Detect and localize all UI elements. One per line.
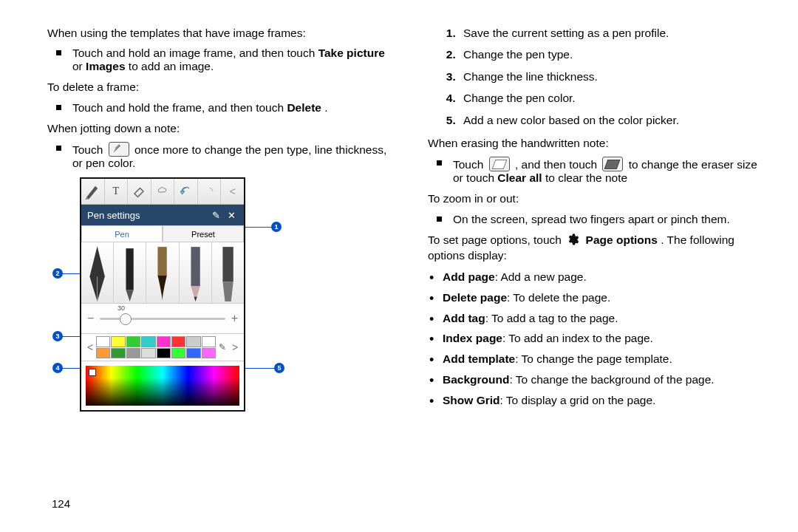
opt-background: Background: To change the background of … xyxy=(413,372,768,388)
square-bullet-icon xyxy=(56,105,61,110)
text: or xyxy=(72,60,86,72)
bullet-zoom: On the screen, spread two fingers apart … xyxy=(413,213,768,226)
opt-desc: : To change the page template. xyxy=(515,352,672,365)
color-gradient-picker[interactable] xyxy=(86,366,239,406)
svg-marker-5 xyxy=(194,297,197,301)
bold-take-picture: Take picture xyxy=(318,47,385,59)
gradient-cursor[interactable] xyxy=(89,369,96,376)
pen-slot-fountain[interactable] xyxy=(81,242,114,303)
callout-num: 3 xyxy=(52,331,63,341)
swatch-next[interactable]: > xyxy=(229,341,241,353)
color-swatches[interactable] xyxy=(96,336,216,358)
callout-num: 5 xyxy=(274,363,284,373)
opt-desc: : To display a grid on the page. xyxy=(500,394,656,406)
opt-label: Background xyxy=(443,373,509,386)
opt-add-page: Add page: Add a new page. xyxy=(413,269,768,285)
numbered-steps: Save the current setting as a pen profil… xyxy=(413,25,768,128)
toolbar-btn-text[interactable]: T xyxy=(105,179,129,204)
color-swatch[interactable] xyxy=(96,336,110,347)
swatch-prev[interactable]: < xyxy=(84,341,96,353)
pen-settings-header-icons[interactable]: ✎ ✕ xyxy=(212,210,238,221)
bold-images: Images xyxy=(86,60,125,72)
color-swatch[interactable] xyxy=(171,348,185,359)
para-page-options: To set page options, touch Page options … xyxy=(413,232,768,264)
svg-rect-2 xyxy=(158,247,167,276)
callout-num: 1 xyxy=(271,222,282,232)
color-swatch[interactable] xyxy=(186,336,200,347)
thickness-value: 30 xyxy=(117,304,125,312)
step-5: Add a new color based on the color picke… xyxy=(459,112,768,128)
square-bullet-icon xyxy=(437,160,442,166)
color-swatch[interactable] xyxy=(141,348,155,359)
text: Touch xyxy=(72,143,106,156)
color-swatch[interactable] xyxy=(186,348,200,359)
color-swatch[interactable] xyxy=(157,348,171,359)
color-swatch[interactable] xyxy=(126,348,140,359)
opt-desc: : To add a tag to the page. xyxy=(485,312,618,324)
toolbar-btn-collapse[interactable]: < xyxy=(221,179,244,204)
step-4: Change the pen color. xyxy=(459,90,768,106)
device-screenshot: T < Pen settings xyxy=(80,177,245,412)
color-swatch[interactable] xyxy=(96,348,110,359)
bullet-delete: Touch and hold the frame, and then touch… xyxy=(33,101,388,115)
opt-show-grid: Show Grid: To display a grid on the page… xyxy=(413,392,768,409)
color-swatch[interactable] xyxy=(126,336,140,347)
color-swatch-row: < ✎ > xyxy=(81,334,244,361)
color-swatch[interactable] xyxy=(202,348,216,359)
thickness-minus[interactable]: − xyxy=(87,312,94,325)
thickness-knob[interactable] xyxy=(120,313,132,325)
bullet-templates: Touch and hold an image frame, and then … xyxy=(33,47,388,73)
text: Touch xyxy=(453,158,487,171)
para-templates: When using the templates that have image… xyxy=(33,25,388,41)
opt-label: Add template xyxy=(443,352,515,365)
square-bullet-icon xyxy=(56,50,61,55)
thickness-slider[interactable]: − 30 + xyxy=(81,304,244,334)
opt-label: Add tag xyxy=(443,312,485,324)
thickness-plus[interactable]: + xyxy=(231,312,238,325)
pen-slot-pencil[interactable] xyxy=(180,242,212,303)
color-swatch[interactable] xyxy=(141,336,155,347)
callout-num: 4 xyxy=(52,363,63,373)
callout-1: 1 xyxy=(245,227,276,228)
thickness-track[interactable]: 30 xyxy=(100,318,225,320)
opt-label: Add page xyxy=(443,270,495,283)
tab-pen[interactable]: Pen xyxy=(81,225,163,242)
text: Touch and hold an image frame, and then … xyxy=(72,47,318,59)
bold-page-options: Page options xyxy=(586,233,658,246)
bullet-jot: Touch once more to change the pen type, … xyxy=(33,142,388,170)
toolbar-btn-draw[interactable] xyxy=(81,179,105,204)
svg-marker-1 xyxy=(126,290,134,301)
callout-2: 2 xyxy=(58,273,80,274)
opt-label: Delete page xyxy=(443,291,507,304)
toolbar-btn-redo[interactable] xyxy=(198,179,222,204)
opt-desc: : To change the background of the page. xyxy=(509,373,714,386)
color-swatch[interactable] xyxy=(157,336,171,347)
bold-delete: Delete xyxy=(287,101,321,114)
toolbar-btn-undo[interactable] xyxy=(174,179,198,204)
tab-preset[interactable]: Preset xyxy=(163,225,244,242)
eyedropper-icon[interactable]: ✎ xyxy=(216,342,229,352)
para-zoom: To zoom in or out: xyxy=(413,191,768,206)
color-swatch[interactable] xyxy=(171,336,185,347)
pen-slot-ball[interactable] xyxy=(114,242,146,303)
pen-tabs: Pen Preset xyxy=(81,225,244,242)
color-swatch[interactable] xyxy=(111,336,125,347)
bullet-erase: Touch , and then touch to change the era… xyxy=(413,157,768,185)
color-swatch[interactable] xyxy=(202,336,216,347)
text: Touch and hold the frame, and then touch xyxy=(72,101,287,114)
pen-settings-figure: T < Pen settings xyxy=(80,177,279,412)
color-swatch[interactable] xyxy=(111,348,125,359)
eraser-settings-icon xyxy=(602,157,623,171)
toolbar-btn-eraser[interactable] xyxy=(128,179,151,204)
pen-type-row[interactable] xyxy=(81,242,244,304)
text: , and then touch xyxy=(515,158,600,171)
pen-slot-brush[interactable] xyxy=(146,242,179,303)
square-bullet-icon xyxy=(437,216,442,222)
pen-slot-marker[interactable] xyxy=(212,242,244,303)
svg-rect-6 xyxy=(222,247,233,282)
step-3: Change the line thickness. xyxy=(459,69,768,84)
square-bullet-icon xyxy=(56,146,61,151)
text: . xyxy=(324,101,327,114)
toolbar-btn-cloud[interactable] xyxy=(151,179,175,204)
page-number: 124 xyxy=(52,497,70,510)
